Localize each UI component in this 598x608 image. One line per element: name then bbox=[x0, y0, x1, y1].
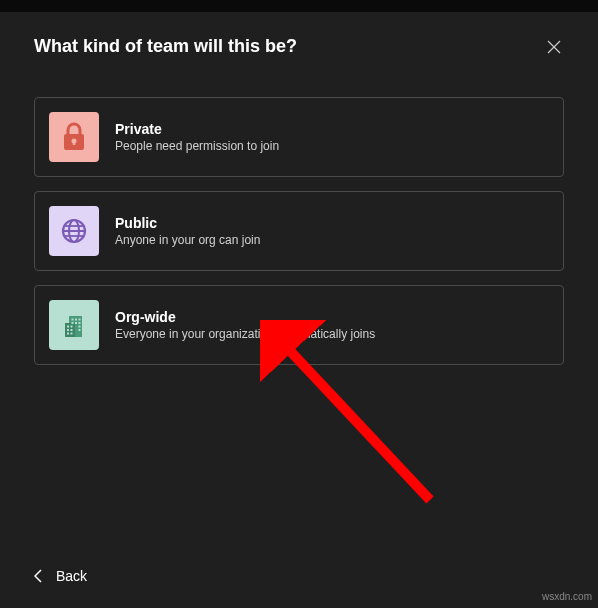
svg-rect-18 bbox=[79, 326, 81, 328]
option-text: Public Anyone in your org can join bbox=[115, 215, 260, 247]
back-button[interactable]: Back bbox=[34, 568, 87, 584]
chevron-left-icon bbox=[34, 569, 42, 583]
svg-rect-23 bbox=[71, 329, 73, 331]
option-title: Private bbox=[115, 121, 279, 137]
svg-rect-14 bbox=[79, 319, 81, 321]
public-icon-box bbox=[49, 206, 99, 256]
svg-rect-16 bbox=[75, 322, 77, 324]
svg-rect-17 bbox=[79, 322, 81, 324]
dialog-footer: Back bbox=[34, 568, 87, 584]
option-org-wide[interactable]: Org-wide Everyone in your organization a… bbox=[34, 285, 564, 365]
window-top-bar bbox=[0, 0, 598, 12]
team-type-options: Private People need permission to join P… bbox=[34, 97, 564, 365]
svg-rect-12 bbox=[72, 319, 74, 321]
svg-rect-21 bbox=[71, 326, 73, 328]
svg-rect-19 bbox=[79, 329, 81, 331]
globe-icon bbox=[60, 217, 88, 245]
building-icon bbox=[60, 311, 88, 339]
option-description: Anyone in your org can join bbox=[115, 233, 260, 247]
option-public[interactable]: Public Anyone in your org can join bbox=[34, 191, 564, 271]
close-button[interactable] bbox=[544, 37, 564, 57]
svg-rect-20 bbox=[67, 326, 69, 328]
option-title: Org-wide bbox=[115, 309, 375, 325]
dialog-title: What kind of team will this be? bbox=[34, 36, 297, 57]
option-text: Private People need permission to join bbox=[115, 121, 279, 153]
svg-rect-25 bbox=[71, 333, 73, 335]
watermark: wsxdn.com bbox=[542, 591, 592, 602]
dialog-header: What kind of team will this be? bbox=[34, 36, 564, 57]
close-icon bbox=[547, 40, 561, 54]
svg-rect-22 bbox=[67, 329, 69, 331]
back-label: Back bbox=[56, 568, 87, 584]
svg-rect-15 bbox=[72, 322, 74, 324]
option-title: Public bbox=[115, 215, 260, 231]
svg-rect-24 bbox=[67, 333, 69, 335]
option-text: Org-wide Everyone in your organization a… bbox=[115, 309, 375, 341]
lock-icon bbox=[61, 122, 87, 152]
option-description: Everyone in your organization automatica… bbox=[115, 327, 375, 341]
team-type-dialog: What kind of team will this be? Private … bbox=[0, 12, 598, 389]
option-description: People need permission to join bbox=[115, 139, 279, 153]
private-icon-box bbox=[49, 112, 99, 162]
orgwide-icon-box bbox=[49, 300, 99, 350]
option-private[interactable]: Private People need permission to join bbox=[34, 97, 564, 177]
svg-rect-11 bbox=[65, 323, 75, 337]
svg-rect-13 bbox=[75, 319, 77, 321]
svg-rect-4 bbox=[73, 141, 75, 145]
